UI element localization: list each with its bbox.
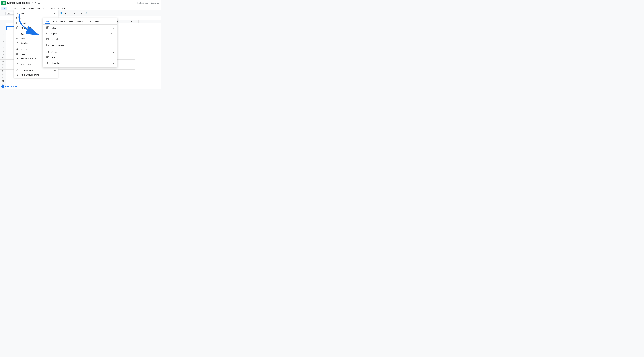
cell-I3[interactable]	[121, 33, 135, 36]
star-icon[interactable]: ☆	[32, 2, 34, 4]
cell-G19[interactable]	[93, 86, 107, 89]
cell-C17[interactable]	[38, 80, 52, 83]
menu-data[interactable]: Data	[35, 6, 42, 10]
row-header-12[interactable]: 12	[0, 63, 6, 66]
row-header-14[interactable]: 14	[0, 70, 6, 73]
menu-file[interactable]: File	[2, 6, 7, 10]
right-menu-share[interactable]: Share ▶	[43, 49, 117, 55]
cell-I4[interactable]	[121, 36, 135, 40]
cell-I11[interactable]	[121, 60, 135, 63]
cell-H19[interactable]	[107, 86, 121, 89]
merge-button[interactable]: ⊟	[68, 12, 71, 15]
right-header-tools[interactable]: Tools	[94, 20, 100, 24]
right-menu-import[interactable]: Import	[43, 36, 117, 42]
cell-D18[interactable]	[52, 83, 66, 86]
right-menu-download[interactable]: Download ▶	[43, 60, 117, 66]
cell-H16[interactable]	[107, 76, 121, 80]
menu-format[interactable]: Format	[27, 6, 35, 10]
cell-I6[interactable]	[121, 43, 135, 46]
right-header-view[interactable]: View	[60, 20, 66, 24]
cell-B18[interactable]	[24, 83, 38, 86]
right-header-file[interactable]: File	[46, 20, 50, 24]
cell-I17[interactable]	[121, 80, 135, 83]
left-menu-new[interactable]: ＋ New ▶	[14, 11, 58, 16]
row-header-10[interactable]: 10	[0, 56, 6, 60]
cell-I5[interactable]	[121, 40, 135, 43]
cell-F18[interactable]	[80, 83, 93, 86]
right-menu-new[interactable]: New ▶	[43, 25, 117, 31]
row-header-16[interactable]: 16	[0, 76, 6, 80]
row-header-13[interactable]: 13	[0, 66, 6, 70]
row-header-11[interactable]: 11	[0, 60, 6, 63]
cell-C18[interactable]	[38, 83, 52, 86]
col-header-I[interactable]: I	[125, 20, 138, 23]
cell-I18[interactable]	[121, 83, 135, 86]
folder-icon[interactable]: 🗂	[34, 2, 37, 4]
cell-I1[interactable]	[121, 26, 135, 30]
link-button[interactable]: 🔗	[84, 12, 88, 15]
cell-F15[interactable]	[80, 73, 93, 76]
cell-G17[interactable]	[93, 80, 107, 83]
row-header-15[interactable]: 15	[0, 73, 6, 76]
cell-G16[interactable]	[93, 76, 107, 80]
row-header-4[interactable]: 4	[0, 36, 6, 40]
row-header-5[interactable]: 5	[0, 40, 6, 43]
menu-insert[interactable]: Insert	[20, 6, 27, 10]
cell-I16[interactable]	[121, 76, 135, 80]
left-menu-offline[interactable]: ⊙ Make available offline	[14, 73, 58, 77]
cell-E18[interactable]	[66, 83, 80, 86]
cell-B17[interactable]	[24, 80, 38, 83]
cell-E16[interactable]	[66, 76, 80, 80]
cell-E14[interactable]	[66, 70, 80, 73]
row-header-6[interactable]: 6	[0, 43, 6, 46]
cell-A17[interactable]	[6, 80, 24, 83]
cell-G14[interactable]	[93, 70, 107, 73]
cell-I10[interactable]	[121, 56, 135, 60]
cell-I12[interactable]	[121, 63, 135, 66]
cell-I15[interactable]	[121, 73, 135, 76]
cell-E19[interactable]	[66, 86, 80, 89]
undo-button[interactable]: ↩	[1, 12, 4, 15]
cell-I2[interactable]	[121, 30, 135, 33]
row-header-7[interactable]: 7	[0, 46, 6, 50]
cell-H18[interactable]	[107, 83, 121, 86]
cell-F16[interactable]	[80, 76, 93, 80]
right-header-edit[interactable]: Edit	[52, 20, 58, 24]
cell-I9[interactable]	[121, 53, 135, 56]
cell-E17[interactable]	[66, 80, 80, 83]
text-rotate-button[interactable]: ⬌	[80, 12, 83, 15]
cell-F14[interactable]	[80, 70, 93, 73]
row-header-1[interactable]: 1	[0, 26, 6, 30]
row-header-8[interactable]: 8	[0, 50, 6, 53]
cell-F17[interactable]	[80, 80, 93, 83]
menu-edit[interactable]: Edit	[7, 6, 13, 10]
cell-I13[interactable]	[121, 66, 135, 70]
align-button[interactable]: ≡	[73, 12, 76, 15]
cell-H17[interactable]	[107, 80, 121, 83]
cell-G18[interactable]	[93, 83, 107, 86]
cell-I8[interactable]	[121, 50, 135, 53]
menu-view[interactable]: View	[13, 6, 20, 10]
cell-G15[interactable]	[93, 73, 107, 76]
left-menu-version[interactable]: Version history ▶	[14, 68, 58, 73]
menu-help[interactable]: Help	[60, 6, 67, 10]
cell-I7[interactable]	[121, 46, 135, 50]
cell-B19[interactable]	[24, 86, 38, 89]
cloud-icon[interactable]: ☁	[38, 2, 40, 4]
cell-H14[interactable]	[107, 70, 121, 73]
cell-E15[interactable]	[66, 73, 80, 76]
row-header-3[interactable]: 3	[0, 33, 6, 36]
row-header-9[interactable]: 9	[0, 53, 6, 56]
right-menu-email[interactable]: Email ▶	[43, 55, 117, 60]
cell-D19[interactable]	[52, 86, 66, 89]
cell-D17[interactable]	[52, 80, 66, 83]
cell-I19[interactable]	[121, 86, 135, 89]
fill-color-button[interactable]: 🪣	[60, 12, 63, 15]
right-header-format[interactable]: Format	[76, 20, 84, 24]
cell-H15[interactable]	[107, 73, 121, 76]
menu-tools[interactable]: Tools	[42, 6, 48, 10]
right-menu-make-copy[interactable]: Make a copy	[43, 42, 117, 48]
right-header-insert[interactable]: Insert	[68, 20, 74, 24]
cell-C19[interactable]	[38, 86, 52, 89]
borders-button[interactable]: ⊞	[64, 12, 67, 15]
